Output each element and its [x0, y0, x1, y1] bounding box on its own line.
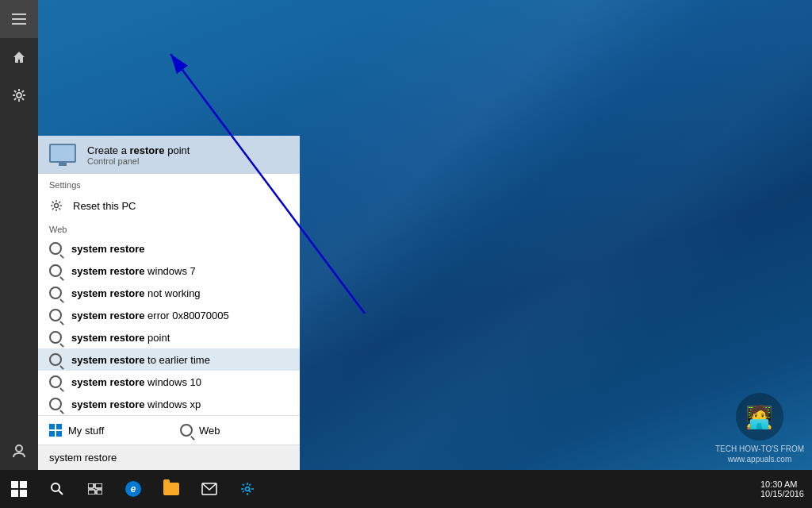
svg-line-10: [22, 98, 24, 100]
tray-time: 10:30 AM10/15/2016: [760, 479, 804, 498]
web-item-4[interactable]: system restore point: [38, 326, 300, 348]
svg-rect-28: [95, 483, 102, 488]
svg-rect-1: [12, 18, 26, 20]
taskbar-start-button[interactable]: [0, 470, 38, 508]
web-item-search-icon: [49, 331, 62, 344]
web-item-text: system restore not working: [71, 287, 201, 299]
tab-web[interactable]: Web: [169, 416, 300, 444]
svg-point-13: [16, 445, 22, 452]
svg-line-9: [14, 90, 16, 92]
watermark: 🧑‍💻 TECH HOW-TO'S FROM www.appuals.com: [715, 393, 804, 464]
svg-rect-30: [97, 490, 102, 495]
svg-line-22: [52, 208, 54, 210]
svg-point-25: [52, 483, 59, 491]
web-item-text: system restore windows 7: [71, 265, 196, 277]
web-item-search-icon: [49, 242, 62, 255]
taskbar-edge-icon[interactable]: e: [114, 470, 152, 508]
tab-my-stuff-label: My stuff: [68, 425, 104, 437]
web-section-header: Web: [38, 218, 300, 237]
desktop: Create a restore point Control panel Set…: [0, 0, 812, 508]
start-left-rail: [0, 0, 38, 470]
web-item-text: system restore windows 10: [71, 376, 201, 388]
svg-line-12: [14, 98, 16, 100]
rail-person-icon[interactable]: [0, 432, 38, 470]
start-menu-bottom-tabs: My stuff Web: [38, 415, 300, 444]
svg-point-32: [246, 487, 250, 491]
top-result-subtitle: Control panel: [87, 156, 190, 166]
web-item-search-icon: [49, 309, 62, 321]
tab-web-label: Web: [199, 425, 220, 437]
svg-rect-29: [88, 490, 95, 495]
windows-icon: [49, 424, 62, 437]
taskbar-settings-icon[interactable]: [228, 470, 266, 508]
svg-point-14: [55, 204, 59, 208]
tab-web-search-icon: [180, 424, 193, 437]
web-item-search-icon: [49, 353, 62, 366]
svg-marker-3: [13, 52, 25, 63]
svg-line-20: [59, 208, 60, 210]
settings-reset-pc-label: Reset this PC: [73, 200, 136, 212]
windows-logo: [11, 481, 27, 497]
web-item-text: system restore error 0x80070005: [71, 310, 229, 321]
top-result-icon: [49, 144, 78, 166]
svg-rect-2: [12, 23, 26, 25]
tab-my-stuff[interactable]: My stuff: [38, 416, 169, 444]
web-item-7[interactable]: system restore windows xp: [38, 393, 300, 415]
start-menu: Create a restore point Control panel Set…: [38, 136, 300, 470]
web-items-container: system restoresystem restore windows 7sy…: [38, 237, 300, 415]
web-item-text: system restore point: [71, 332, 170, 344]
top-result-text: Create a restore point Control panel: [87, 144, 190, 166]
search-input[interactable]: [49, 452, 289, 464]
svg-point-4: [17, 93, 21, 98]
taskbar-mail-icon[interactable]: [190, 470, 228, 508]
rail-menu-icon[interactable]: [0, 0, 38, 38]
rail-gear-icon[interactable]: [0, 76, 38, 114]
watermark-text: TECH HOW-TO'S FROM www.appuals.com: [715, 444, 804, 464]
web-item-6[interactable]: system restore windows 10: [38, 371, 300, 393]
svg-rect-27: [88, 483, 94, 488]
svg-rect-0: [12, 13, 26, 15]
web-item-search-icon: [49, 375, 62, 388]
svg-line-21: [59, 202, 60, 203]
search-box: [38, 444, 300, 470]
taskbar: e: [0, 470, 812, 508]
taskbar-file-explorer-icon[interactable]: [152, 470, 190, 508]
svg-line-11: [22, 90, 24, 92]
svg-line-40: [243, 491, 244, 492]
web-item-search-icon: [49, 287, 62, 299]
edge-logo: e: [125, 481, 141, 497]
settings-reset-pc[interactable]: Reset this PC: [38, 193, 300, 218]
svg-line-26: [59, 491, 63, 495]
web-item-search-icon: [49, 264, 62, 277]
settings-gear-icon: [49, 198, 63, 213]
top-result-title: Create a restore point: [87, 144, 190, 156]
web-item-text: system restore: [71, 243, 145, 255]
web-item-text: system restore to earlier time: [71, 354, 210, 366]
svg-line-38: [249, 491, 251, 492]
rail-home-icon[interactable]: [0, 38, 38, 76]
settings-section-header: Settings: [38, 174, 300, 193]
svg-line-19: [52, 202, 54, 203]
top-result-item[interactable]: Create a restore point Control panel: [38, 136, 300, 174]
svg-line-37: [243, 484, 244, 486]
system-tray: 10:30 AM10/15/2016: [760, 479, 812, 498]
web-item-5[interactable]: system restore to earlier time: [38, 348, 300, 371]
taskbar-search-button[interactable]: [38, 470, 76, 508]
taskbar-task-view-button[interactable]: [76, 470, 114, 508]
web-item-0[interactable]: system restore: [38, 237, 300, 260]
web-item-text: system restore windows xp: [71, 398, 201, 410]
folder-logo: [163, 483, 179, 495]
web-item-3[interactable]: system restore error 0x80070005: [38, 304, 300, 326]
web-item-search-icon: [49, 398, 62, 410]
web-item-1[interactable]: system restore windows 7: [38, 260, 300, 282]
web-item-2[interactable]: system restore not working: [38, 282, 300, 304]
svg-line-39: [249, 484, 251, 486]
